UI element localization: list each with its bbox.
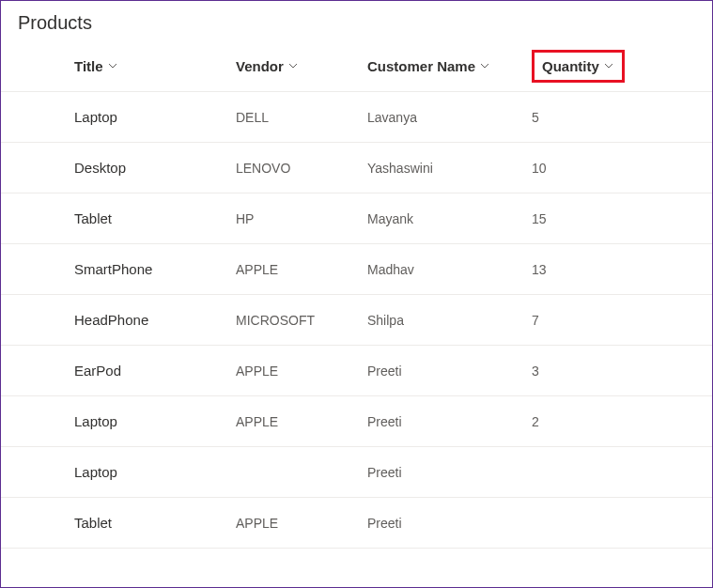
column-header-quantity[interactable]: Quantity bbox=[532, 50, 625, 83]
cell-customer: Preeti bbox=[367, 465, 402, 480]
cell-customer: Yashaswini bbox=[367, 161, 433, 176]
table-row[interactable]: EarPodAPPLEPreeti3 bbox=[1, 346, 712, 396]
column-header-vendor-label: Vendor bbox=[236, 58, 284, 74]
cell-title: Desktop bbox=[74, 160, 126, 176]
products-table: Title Vendor Customer Name bbox=[1, 41, 712, 549]
cell-title: HeadPhone bbox=[74, 312, 148, 328]
cell-quantity: 5 bbox=[532, 110, 539, 125]
cell-customer: Madhav bbox=[367, 262, 414, 277]
table-row[interactable]: DesktopLENOVOYashaswini10 bbox=[1, 143, 712, 193]
cell-customer: Shilpa bbox=[367, 313, 404, 328]
cell-title: Laptop bbox=[74, 413, 117, 429]
cell-title: EarPod bbox=[74, 363, 121, 379]
column-header-customer[interactable]: Customer Name bbox=[367, 58, 490, 74]
cell-title: Tablet bbox=[74, 210, 112, 226]
table-row[interactable]: TabletHPMayank15 bbox=[1, 193, 712, 244]
table-row[interactable]: TabletAPPLEPreeti bbox=[1, 498, 712, 549]
cell-vendor: MICROSOFT bbox=[236, 313, 315, 328]
cell-vendor: HP bbox=[236, 211, 254, 226]
cell-title: SmartPhone bbox=[74, 261, 152, 277]
cell-vendor: APPLE bbox=[236, 364, 278, 379]
chevron-down-icon bbox=[603, 58, 614, 74]
cell-customer: Mayank bbox=[367, 211, 413, 226]
cell-quantity: 10 bbox=[532, 161, 547, 176]
table-row[interactable]: HeadPhoneMICROSOFTShilpa7 bbox=[1, 295, 712, 346]
chevron-down-icon bbox=[479, 58, 490, 74]
table-row[interactable]: LaptopAPPLEPreeti2 bbox=[1, 396, 712, 447]
column-header-title-label: Title bbox=[74, 58, 103, 74]
cell-vendor: APPLE bbox=[236, 414, 278, 429]
table-row[interactable]: SmartPhoneAPPLEMadhav13 bbox=[1, 244, 712, 295]
chevron-down-icon bbox=[107, 58, 118, 74]
column-header-quantity-label: Quantity bbox=[542, 58, 599, 74]
column-header-title[interactable]: Title bbox=[74, 58, 118, 74]
cell-quantity: 2 bbox=[532, 414, 539, 429]
cell-title: Laptop bbox=[74, 109, 117, 125]
cell-quantity: 3 bbox=[532, 364, 539, 379]
column-header-vendor[interactable]: Vendor bbox=[236, 58, 299, 74]
cell-quantity: 7 bbox=[532, 313, 539, 328]
table-row[interactable]: LaptopDELLLavanya5 bbox=[1, 92, 712, 143]
cell-vendor: APPLE bbox=[236, 262, 278, 277]
cell-customer: Lavanya bbox=[367, 110, 417, 125]
chevron-down-icon bbox=[287, 58, 299, 74]
cell-vendor: APPLE bbox=[236, 516, 278, 531]
cell-vendor: LENOVO bbox=[236, 161, 290, 176]
cell-quantity: 13 bbox=[532, 262, 547, 277]
page-title: Products bbox=[1, 1, 712, 41]
cell-customer: Preeti bbox=[367, 364, 402, 379]
column-header-customer-label: Customer Name bbox=[367, 58, 475, 74]
cell-customer: Preeti bbox=[367, 516, 402, 531]
table-header-row: Title Vendor Customer Name bbox=[1, 41, 712, 92]
cell-title: Tablet bbox=[74, 515, 112, 531]
cell-quantity: 15 bbox=[532, 211, 547, 226]
cell-vendor: DELL bbox=[236, 110, 269, 125]
table-row[interactable]: LaptopPreeti bbox=[1, 447, 712, 498]
cell-title: Laptop bbox=[74, 464, 117, 480]
cell-customer: Preeti bbox=[367, 414, 402, 429]
